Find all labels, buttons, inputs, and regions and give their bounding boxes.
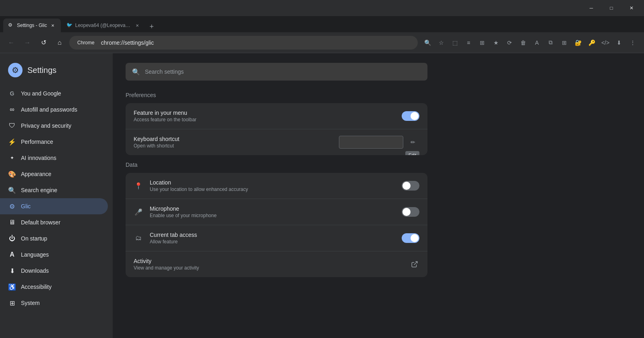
pip-icon[interactable]: ⧉ [544,36,557,49]
close-button[interactable]: ✕ [622,2,641,15]
minimize-button[interactable]: ─ [582,2,601,15]
location-toggle-knob [402,182,411,190]
current-tab-desc: Allow feature [150,239,402,245]
more-button[interactable]: ⋮ [626,36,639,49]
sidebar-item-autofill[interactable]: ∞ Autofill and passwords [0,102,108,118]
activity-label: Activity [134,258,410,264]
screenshot-toolbar-icon[interactable]: ⬚ [448,36,461,49]
sidebar-item-downloads[interactable]: ⬇ Downloads [0,263,108,279]
microphone-toggle[interactable] [402,207,419,217]
sidebar-item-label-on-startup: On startup [21,235,47,242]
delete-icon[interactable]: 🗑 [517,36,530,49]
reader-toolbar-icon[interactable]: ≡ [462,36,475,49]
sidebar-item-privacy[interactable]: 🛡 Privacy and security [0,118,108,134]
bookmark-toolbar-icon[interactable]: ☆ [435,36,448,49]
back-button[interactable]: ← [5,36,18,49]
activity-row[interactable]: Activity View and manage your activity [126,251,427,277]
tab-twitter[interactable]: 🐦 Leopeva64 (@Leopeva64) / Tw... ✕ [62,19,145,32]
history-icon[interactable]: ⟳ [503,36,516,49]
code-icon[interactable]: </> [599,36,612,49]
window-controls: ─ □ ✕ [582,2,641,15]
current-tab-toggle[interactable] [402,233,419,243]
sidebar-item-appearance[interactable]: 🎨 Appearance [0,166,108,182]
system-icon: ⊞ [8,299,16,307]
sidebar-header: ⚙ Settings [0,60,113,85]
current-tab-action [402,233,419,243]
refresh-button[interactable]: ↺ [37,36,50,49]
sidebar-item-label-search-engine: Search engine [21,187,57,193]
microphone-text: Microphone Enable use of your microphone [150,205,402,218]
microphone-desc: Enable use of your microphone [150,213,402,218]
sidebar-item-you-and-google[interactable]: G You and Google [0,85,108,102]
address-field[interactable]: Chrome chrome://settings/glic [69,36,418,50]
preferences-card: Feature in your menu Access feature on t… [126,103,427,155]
tab-settings[interactable]: ⚙ Settings - Glic ✕ [3,19,61,32]
search-engine-icon: 🔍 [8,186,16,194]
external-link-icon[interactable] [410,259,419,269]
ai-icon: ✦ [8,154,16,162]
feature-in-menu-toggle[interactable] [402,111,419,121]
sidebar-item-ai[interactable]: ✦ AI innovations [0,150,108,166]
search-toolbar-icon[interactable]: 🔍 [421,36,434,49]
sidebar-item-search-engine[interactable]: 🔍 Search engine [0,182,108,198]
titlebar: ─ □ ✕ [0,0,644,16]
performance-icon: ⚡ [8,138,16,146]
keyboard-shortcut-input[interactable] [339,136,403,149]
address-text: chrome://settings/glic [101,39,154,46]
save-icon[interactable]: 🔐 [572,36,584,49]
search-input[interactable] [145,68,421,75]
sidebar-item-label-you-and-google: You and Google [21,90,61,97]
settings-tab-label: Settings - Glic [17,23,47,28]
forward-button[interactable]: → [21,36,34,49]
you-and-google-icon: G [8,89,16,97]
feature-in-menu-row: Feature in your menu Access feature on t… [126,103,427,129]
sidebar-item-glic[interactable]: ⚙ Glic [0,198,108,214]
default-browser-icon: 🖥 [8,218,16,226]
toolbar-icons: 🔍 ☆ ⬚ ≡ ⊞ ★ ⟳ 🗑 A ⧉ ⊞ 🔐 🔑 </> ⬇ ⋮ [421,36,639,49]
downloads-icon: ⬇ [8,267,16,275]
home-button[interactable]: ⌂ [53,36,66,49]
keyboard-shortcut-text: Keyboard shortcut Open with shortcut [134,136,339,149]
accessibility-icon: ♿ [8,283,16,291]
search-bar[interactable]: 🔍 [126,63,427,81]
tab-groups-icon[interactable]: ⊞ [476,36,489,49]
apps-icon[interactable]: ⊞ [558,36,571,49]
sidebar-item-languages[interactable]: A Languages [0,247,108,263]
bookmark-manager-icon[interactable]: ★ [489,36,502,49]
sidebar-item-default-browser[interactable]: 🖥 Default browser [0,214,108,230]
sidebar-item-accessibility[interactable]: ♿ Accessibility [0,279,108,295]
activity-action [410,259,419,269]
microphone-icon: 🎤 [134,207,143,217]
activity-desc: View and manage your activity [134,265,410,271]
twitter-tab-icon: 🐦 [66,22,73,29]
new-tab-button[interactable]: + [146,21,157,32]
main-layout: ⚙ Settings G You and Google ∞ Autofill a… [0,53,644,338]
download-toolbar-icon[interactable]: ⬇ [613,36,625,49]
twitter-tab-close[interactable]: ✕ [134,22,140,29]
current-tab-toggle-knob [411,234,419,242]
location-desc: Use your location to allow enhanced accu… [150,187,402,192]
data-card: 📍 Location Use your location to allow en… [126,173,427,277]
search-icon: 🔍 [132,68,140,76]
current-tab-icon: 🗂 [134,233,143,243]
sidebar-item-performance[interactable]: ⚡ Performance [0,134,108,150]
passwords-icon[interactable]: 🔑 [585,36,598,49]
location-row: 📍 Location Use your location to allow en… [126,173,427,199]
sidebar-title: Settings [27,66,56,75]
privacy-icon: 🛡 [8,122,16,130]
sidebar-item-on-startup[interactable]: ⏻ On startup [0,230,108,247]
sidebar: ⚙ Settings G You and Google ∞ Autofill a… [0,53,113,338]
edit-shortcut-button[interactable]: ✏ Edit [407,136,419,149]
current-tab-text: Current tab access Allow feature [150,232,402,245]
languages-icon: A [8,251,16,259]
location-label: Location [150,179,402,186]
feature-in-menu-toggle-knob [411,112,419,120]
maximize-button[interactable]: □ [602,2,621,15]
settings-tab-close[interactable]: ✕ [50,22,56,29]
feature-in-menu-desc: Access feature on the toolbar [134,117,402,122]
translate-icon[interactable]: A [530,36,543,49]
content-area: 🔍 Preferences Feature in your menu Acces… [113,53,644,338]
sidebar-item-system[interactable]: ⊞ System [0,295,108,311]
location-toggle[interactable] [402,181,419,191]
sidebar-item-label-languages: Languages [21,251,49,258]
